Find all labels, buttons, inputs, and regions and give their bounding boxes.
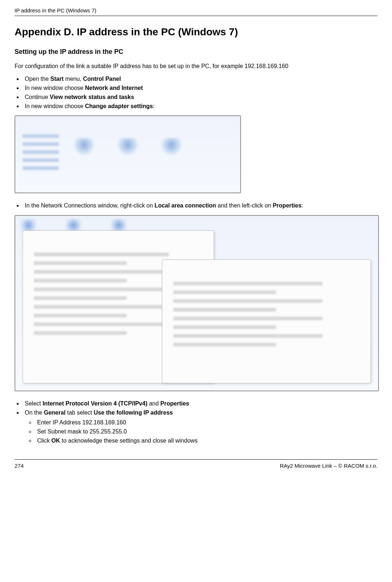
- page-number: 274: [15, 463, 24, 469]
- list-item: Enter IP Address 192.168.169.160: [35, 418, 377, 427]
- network-icon: [117, 138, 139, 155]
- adapter-icon: [111, 219, 127, 232]
- footer-copyright: RAy2 Microwave Link – © RACOM s.r.o.: [280, 463, 377, 469]
- page-footer: 274 RAy2 Microwave Link – © RACOM s.r.o.: [15, 459, 377, 469]
- list-item: Click OK to acknowledge these settings a…: [35, 436, 377, 445]
- screenshot-network-sharing: [15, 115, 241, 193]
- list-item: In new window choose Network and Interne…: [23, 84, 377, 92]
- list-item: On the General tab select Use the follow…: [23, 408, 377, 445]
- network-icon: [161, 138, 182, 155]
- network-icon: [73, 138, 95, 155]
- list-item: Select Internet Protocol Version 4 (TCP/…: [23, 399, 377, 408]
- running-header: IP address in the PC (Windows 7): [15, 7, 377, 16]
- adapter-icon: [66, 219, 82, 232]
- instruction-list: Open the Start menu, Control Panel In ne…: [23, 75, 377, 111]
- list-item: Continue View network status and tasks: [23, 93, 377, 101]
- list-item: Open the Start menu, Control Panel: [23, 75, 377, 83]
- adapter-icon: [20, 219, 36, 232]
- list-item: Set Subnet mask to 255.255.255.0: [35, 427, 377, 436]
- ipv4-dialog: [162, 260, 371, 383]
- instruction-list: In the Network Connections window, right…: [23, 201, 377, 210]
- instruction-list: Select Internet Protocol Version 4 (TCP/…: [23, 399, 377, 445]
- instruction-sublist: Enter IP Address 192.168.169.160 Set Sub…: [35, 418, 377, 445]
- list-item: In new window choose Change adapter sett…: [23, 102, 377, 110]
- page-title: Appendix D. IP address in the PC (Window…: [15, 26, 377, 38]
- list-item: In the Network Connections window, right…: [23, 201, 377, 210]
- intro-paragraph: For configuration of the link a suitable…: [15, 62, 377, 70]
- section-heading: Setting up the IP address in the PC: [15, 48, 377, 56]
- screenshot-connection-properties: [15, 215, 379, 391]
